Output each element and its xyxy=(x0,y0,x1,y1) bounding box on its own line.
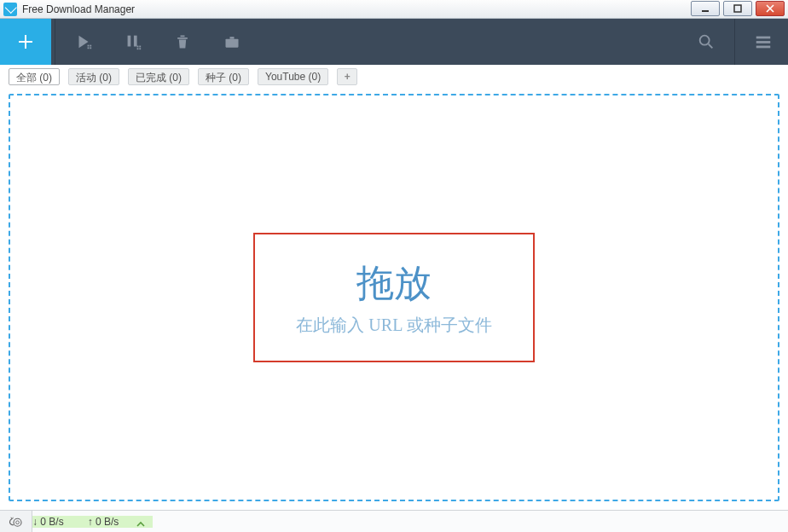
svg-rect-17 xyxy=(756,46,771,49)
app-icon xyxy=(3,3,17,16)
window-title: Free Download Manager xyxy=(22,3,687,15)
svg-rect-13 xyxy=(230,37,235,39)
drop-title: 拖放 xyxy=(296,258,491,309)
tab-torrents[interactable]: 种子 (0) xyxy=(198,68,249,85)
titlebar: Free Download Manager xyxy=(0,0,788,19)
plus-icon xyxy=(15,32,36,52)
tab-completed[interactable]: 已完成 (0) xyxy=(128,68,189,85)
svg-rect-7 xyxy=(134,36,137,47)
drop-zone[interactable]: 拖放 在此输入 URL 或种子文件 xyxy=(9,94,779,501)
upload-speed: ↑ 0 B/s xyxy=(88,516,119,528)
drop-subtitle: 在此输入 URL 或种子文件 xyxy=(296,314,491,337)
tab-add-button[interactable]: + xyxy=(337,68,357,85)
minimize-button[interactable] xyxy=(691,1,720,16)
play-icon xyxy=(74,32,93,51)
tab-youtube[interactable]: YouTube (0) xyxy=(258,68,328,85)
svg-point-14 xyxy=(700,36,710,45)
svg-point-18 xyxy=(14,518,21,526)
separator xyxy=(734,19,735,65)
briefcase-icon xyxy=(223,33,240,50)
svg-rect-6 xyxy=(128,36,131,47)
svg-rect-3 xyxy=(90,45,91,47)
separator xyxy=(55,19,55,65)
svg-rect-10 xyxy=(137,48,139,49)
svg-rect-15 xyxy=(756,37,771,39)
svg-rect-2 xyxy=(88,45,90,47)
search-icon xyxy=(697,32,716,51)
svg-rect-16 xyxy=(756,41,771,43)
hamburger-icon xyxy=(754,32,773,51)
start-button[interactable] xyxy=(59,19,108,65)
pause-button[interactable] xyxy=(108,19,158,65)
svg-rect-5 xyxy=(90,47,91,49)
close-button[interactable] xyxy=(756,1,785,16)
speed-limit-button[interactable] xyxy=(0,511,32,532)
menu-button[interactable] xyxy=(739,19,788,65)
svg-rect-0 xyxy=(702,10,709,12)
download-speed: ↓ 0 B/s xyxy=(32,516,64,528)
svg-rect-8 xyxy=(137,46,139,48)
search-button[interactable] xyxy=(681,19,731,65)
main-area: 拖放 在此输入 URL 或种子文件 xyxy=(0,85,788,510)
tab-all[interactable]: 全部 (0) xyxy=(9,68,60,85)
pause-icon xyxy=(124,32,142,51)
snail-icon xyxy=(9,516,24,528)
statusbar: ↓ 0 B/s ↑ 0 B/s xyxy=(0,510,788,532)
toolbar xyxy=(0,19,788,65)
delete-button[interactable] xyxy=(158,19,207,65)
drop-inner: 拖放 在此输入 URL 或种子文件 xyxy=(253,233,534,362)
chevron-up-icon xyxy=(136,519,146,529)
maximize-button[interactable] xyxy=(723,1,752,16)
svg-point-19 xyxy=(15,520,19,523)
tab-active[interactable]: 活动 (0) xyxy=(68,68,119,85)
filter-tabs: 全部 (0) 活动 (0) 已完成 (0) 种子 (0) YouTube (0)… xyxy=(0,65,788,85)
svg-rect-12 xyxy=(226,39,239,48)
svg-rect-4 xyxy=(88,47,90,49)
open-folder-button[interactable] xyxy=(207,19,257,65)
trash-icon xyxy=(174,33,191,50)
svg-rect-9 xyxy=(139,46,141,48)
add-download-button[interactable] xyxy=(0,19,51,65)
speed-panel[interactable]: ↓ 0 B/s ↑ 0 B/s xyxy=(32,516,153,528)
svg-rect-11 xyxy=(139,48,141,49)
svg-rect-1 xyxy=(734,5,741,12)
